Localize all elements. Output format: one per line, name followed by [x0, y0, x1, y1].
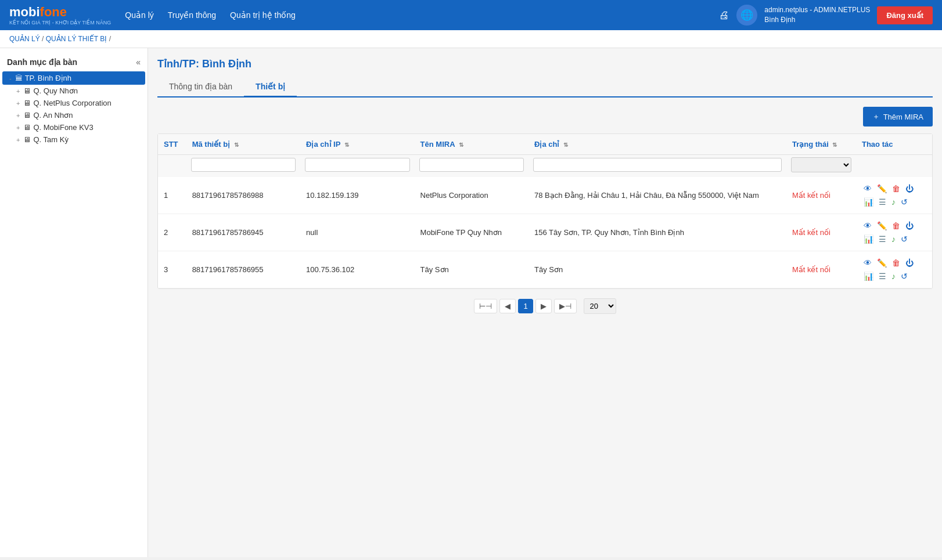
table-row: 3 88171961785786955 100.75.36.102 Tây Sơ… [158, 251, 932, 288]
sort-icon: ⇅ [832, 142, 837, 148]
col-dia-chi[interactable]: Địa chỉ ⇅ [528, 134, 786, 155]
logo: mobifone KẾT NỐI GIÁ TRỊ - KHƠI DẬY TIỀM… [9, 5, 111, 26]
table-row: 1 88171961785786988 10.182.159.139 NetPl… [158, 177, 932, 214]
logo-subtitle: KẾT NỐI GIÁ TRỊ - KHƠI DẬY TIỀM NĂNG [9, 20, 111, 26]
sidebar-title: Danh mục địa bàn [7, 57, 77, 67]
sidebar-item-netplus[interactable]: + 🖥 Q. NetPlus Corporation [16, 97, 148, 109]
breadcrumb: QUẢN LÝ / QUẢN LÝ THIẾT BỊ / [0, 30, 942, 48]
cell-dia-chi: 78 Bạch Đằng, Hải Châu 1, Hải Châu, Đà N… [528, 177, 786, 214]
page-1-button[interactable]: 1 [518, 299, 533, 313]
action-view-button[interactable]: 👁 [862, 183, 873, 194]
sort-icon: ⇅ [234, 142, 239, 148]
sidebar-item-label: Q. Tam Kỳ [33, 135, 68, 144]
main-content: Tỉnh/TP: Bình Định Thông tin địa bàn Thi… [148, 48, 942, 557]
col-dia-chi-ip[interactable]: Địa chỉ IP ⇅ [300, 134, 414, 155]
cell-dia-chi-ip: null [300, 214, 414, 251]
cell-stt: 2 [158, 214, 186, 251]
add-button-label: Thêm MIRA [883, 113, 923, 121]
monitor-icon: 🖥 [23, 99, 31, 107]
action-chart-button[interactable]: 📊 [862, 196, 875, 208]
cell-ma-thiet-bi: 88171961785786955 [186, 251, 300, 288]
toolbar: ＋ Thêm MIRA [157, 107, 933, 127]
page-size-select[interactable]: 20 50 100 [584, 298, 616, 314]
cell-ma-thiet-bi: 88171961785786945 [186, 214, 300, 251]
nav-quanly[interactable]: Quản lý [125, 8, 153, 22]
action-power-button[interactable]: ⏻ [904, 257, 915, 269]
sidebar-header: Danh mục địa bàn « [0, 55, 148, 71]
filter-ma-thiet-bi[interactable] [191, 158, 296, 172]
expand-icon: + [16, 136, 20, 143]
action-refresh-button[interactable]: ↺ [899, 196, 909, 208]
header: mobifone KẾT NỐI GIÁ TRỊ - KHƠI DẬY TIỀM… [0, 0, 942, 30]
sidebar-item-tamky[interactable]: + 🖥 Q. Tam Kỳ [16, 133, 148, 146]
monitor-icon: 🖥 [23, 135, 31, 144]
action-music-button[interactable]: ♪ [890, 233, 897, 245]
table-row: 2 88171961785786945 null MobiFone TP Quy… [158, 214, 932, 251]
expand-icon: + [16, 100, 20, 107]
action-delete-button[interactable]: 🗑 [890, 220, 902, 232]
col-trang-thai[interactable]: Trạng thái ⇅ [786, 134, 856, 155]
expand-icon: + [16, 88, 20, 95]
action-edit-button[interactable]: ✏️ [875, 183, 889, 194]
sidebar: Danh mục địa bàn « - 🏛 TP. Bình Định + 🖥… [0, 48, 148, 557]
col-stt: STT [158, 134, 186, 155]
col-ma-thiet-bi[interactable]: Mã thiết bị ⇅ [186, 134, 300, 155]
sidebar-item-quynhon[interactable]: + 🖥 Q. Quy Nhơn [16, 85, 148, 97]
action-edit-button[interactable]: ✏️ [875, 257, 889, 269]
nav-quantri[interactable]: Quản trị hệ thống [230, 8, 296, 22]
filter-ten-mira[interactable] [419, 158, 524, 172]
action-power-button[interactable]: ⏻ [904, 183, 915, 194]
cell-dia-chi: Tây Sơn [528, 251, 786, 288]
action-list-button[interactable]: ☰ [877, 196, 888, 208]
tab-thietbi[interactable]: Thiết bị [244, 77, 297, 97]
sort-icon: ⇅ [344, 142, 349, 148]
action-music-button[interactable]: ♪ [890, 196, 897, 208]
sidebar-item-annhon[interactable]: + 🖥 Q. An Nhơn [16, 109, 148, 121]
action-refresh-button[interactable]: ↺ [899, 270, 909, 282]
page-prev-button[interactable]: ◀ [499, 299, 516, 313]
breadcrumb-quanly[interactable]: QUẢN LÝ [9, 35, 40, 43]
table-body: 1 88171961785786988 10.182.159.139 NetPl… [158, 177, 932, 288]
action-power-button[interactable]: ⏻ [904, 220, 915, 232]
filter-trang-thai[interactable]: Mất kết nối Kết nối [791, 157, 851, 172]
notification-icon[interactable]: 🖨 [719, 9, 729, 21]
cell-thao-tac: 👁 ✏️ 🗑 ⏻ 📊 ☰ ♪ ↺ [856, 214, 932, 251]
action-delete-button[interactable]: 🗑 [890, 257, 902, 269]
sidebar-item-label: Q. Quy Nhơn [33, 86, 78, 95]
action-refresh-button[interactable]: ↺ [899, 233, 909, 245]
action-edit-button[interactable]: ✏️ [875, 220, 889, 232]
action-view-button[interactable]: 👁 [862, 257, 873, 269]
user-name: admin.netplus - ADMIN.NETPLUS [764, 5, 870, 15]
tab-bar: Thông tin địa bàn Thiết bị [157, 77, 933, 97]
tab-thongtin[interactable]: Thông tin địa bàn [157, 77, 244, 97]
action-view-button[interactable]: 👁 [862, 220, 873, 232]
breadcrumb-quanlythietbi[interactable]: QUẢN LÝ THIẾT BỊ [46, 35, 107, 43]
action-delete-button[interactable]: 🗑 [890, 183, 902, 194]
action-chart-button[interactable]: 📊 [862, 270, 875, 282]
nav-truyenthong[interactable]: Truyền thông [168, 8, 216, 22]
sidebar-collapse-button[interactable]: « [136, 57, 141, 67]
page-next-button[interactable]: ▶ [535, 299, 552, 313]
sidebar-item-tp-binhdinh[interactable]: - 🏛 TP. Bình Định [2, 71, 145, 85]
action-chart-button[interactable]: 📊 [862, 233, 875, 245]
logo-text: mobifone [9, 5, 111, 20]
layout: Danh mục địa bàn « - 🏛 TP. Bình Định + 🖥… [0, 48, 942, 557]
device-table: STT Mã thiết bị ⇅ Địa chỉ IP ⇅ Tên MIRA [158, 134, 932, 288]
main-nav: Quản lý Truyền thông Quản trị hệ thống [125, 8, 705, 22]
page-first-button[interactable]: ⊢⊣ [474, 299, 497, 313]
sidebar-item-mobifone-kv3[interactable]: + 🖥 Q. MobiFone KV3 [16, 121, 148, 133]
action-list-button[interactable]: ☰ [877, 233, 888, 245]
action-list-button[interactable]: ☰ [877, 270, 888, 282]
cell-dia-chi: 156 Tây Sơn, TP. Quy Nhơn, Tỉnh Bình Địn… [528, 214, 786, 251]
cell-thao-tac: 👁 ✏️ 🗑 ⏻ 📊 ☰ ♪ ↺ [856, 177, 932, 214]
cell-trang-thai: Mất kết nối [786, 214, 856, 251]
filter-dia-chi[interactable] [533, 158, 782, 172]
sidebar-item-label: TP. Bình Định [25, 74, 71, 82]
page-last-button[interactable]: ▶⊣ [554, 299, 577, 313]
add-mira-button[interactable]: ＋ Thêm MIRA [863, 107, 933, 127]
logout-button[interactable]: Đăng xuất [877, 6, 933, 24]
filter-dia-chi-ip[interactable] [305, 158, 409, 172]
col-ten-mira[interactable]: Tên MIRA ⇅ [415, 134, 528, 155]
cell-dia-chi-ip: 10.182.159.139 [300, 177, 414, 214]
action-music-button[interactable]: ♪ [890, 270, 897, 282]
